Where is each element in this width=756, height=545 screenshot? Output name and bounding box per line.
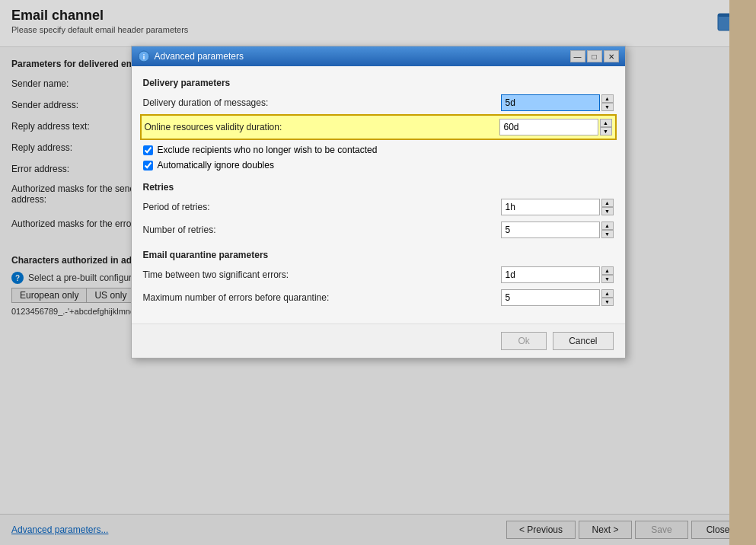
delivery-duration-down[interactable]: ▼ — [601, 103, 614, 111]
number-retries-spinner: ▲ ▼ — [601, 222, 614, 238]
number-retries-row: Number of retries: ▲ ▼ — [143, 222, 614, 238]
ok-button[interactable]: Ok — [501, 332, 547, 350]
number-retries-input[interactable] — [501, 222, 600, 238]
ignore-doubles-row: Automatically ignore doubles — [143, 160, 614, 171]
period-retries-input-group: ▲ ▼ — [501, 199, 614, 215]
time-between-errors-up[interactable]: ▲ — [601, 266, 614, 275]
max-errors-row: Maximum number of errors before quaranti… — [143, 289, 614, 306]
delivery-duration-label: Delivery duration of messages: — [143, 97, 501, 108]
modal-minimize-button[interactable]: — — [570, 50, 585, 62]
time-between-errors-label: Time between two significant errors: — [143, 269, 501, 280]
max-errors-label: Maximum number of errors before quaranti… — [143, 292, 501, 303]
quarantine-section: Email quarantine parameters Time between… — [143, 250, 614, 306]
time-between-errors-input-group: ▲ ▼ — [501, 266, 614, 283]
max-errors-up[interactable]: ▲ — [601, 289, 614, 298]
number-retries-up[interactable]: ▲ — [601, 222, 614, 230]
period-retries-row: Period of retries: ▲ ▼ — [143, 199, 614, 215]
delivery-section-title: Delivery parameters — [143, 78, 614, 88]
modal-footer: Ok Cancel — [132, 323, 625, 358]
modal-title-left: i Advanced parameters — [138, 50, 244, 62]
modal-titlebar: i Advanced parameters — □ ✕ — [132, 46, 625, 66]
online-validity-down[interactable]: ▼ — [600, 127, 612, 135]
modal-title: Advanced parameters — [155, 51, 244, 62]
delivery-duration-row: Delivery duration of messages: ▲ ▼ — [143, 94, 614, 111]
svg-text:i: i — [142, 53, 145, 61]
time-between-errors-down[interactable]: ▼ — [601, 275, 614, 283]
online-validity-label: Online resources validity duration: — [145, 122, 499, 132]
modal-close-button[interactable]: ✕ — [604, 50, 619, 62]
delivery-duration-input[interactable] — [501, 94, 600, 111]
number-retries-down[interactable]: ▼ — [601, 230, 614, 238]
modal-controls: — □ ✕ — [570, 50, 619, 62]
online-validity-spinner: ▲ ▼ — [600, 119, 612, 135]
ignore-doubles-label: Automatically ignore doubles — [158, 160, 274, 171]
online-validity-input-group: ▲ ▼ — [499, 119, 612, 135]
time-between-errors-spinner: ▲ ▼ — [601, 266, 614, 283]
max-errors-down[interactable]: ▼ — [601, 298, 614, 306]
delivery-duration-up[interactable]: ▲ — [601, 94, 614, 103]
time-between-errors-input[interactable] — [501, 266, 600, 283]
modal-body: Delivery parameters Delivery duration of… — [132, 66, 625, 323]
max-errors-input-group: ▲ ▼ — [501, 289, 614, 306]
online-validity-row: Online resources validity duration: ▲ ▼ — [145, 119, 612, 135]
retries-section-title: Retries — [143, 182, 614, 193]
number-retries-label: Number of retries: — [143, 225, 501, 235]
number-retries-input-group: ▲ ▼ — [501, 222, 614, 238]
period-retries-label: Period of retries: — [143, 202, 501, 212]
exclude-recipients-row: Exclude recipients who no longer wish to… — [143, 145, 614, 155]
max-errors-input[interactable] — [501, 289, 600, 306]
online-validity-input[interactable] — [499, 119, 598, 135]
modal-app-icon: i — [138, 50, 150, 62]
period-retries-up[interactable]: ▲ — [601, 199, 614, 207]
delivery-section: Delivery parameters Delivery duration of… — [143, 78, 614, 171]
ignore-doubles-checkbox[interactable] — [143, 161, 153, 171]
period-retries-down[interactable]: ▼ — [601, 207, 614, 215]
modal-overlay: i Advanced parameters — □ ✕ Delivery par… — [0, 0, 756, 545]
delivery-duration-spinner: ▲ ▼ — [601, 94, 614, 111]
modal-maximize-button[interactable]: □ — [587, 50, 602, 62]
online-validity-up[interactable]: ▲ — [600, 119, 612, 127]
quarantine-section-title: Email quarantine parameters — [143, 250, 614, 260]
delivery-duration-input-group: ▲ ▼ — [501, 94, 614, 111]
max-errors-spinner: ▲ ▼ — [601, 289, 614, 306]
cancel-button[interactable]: Cancel — [553, 332, 613, 350]
exclude-recipients-checkbox[interactable] — [143, 145, 153, 155]
period-retries-spinner: ▲ ▼ — [601, 199, 614, 215]
online-validity-highlighted-row: Online resources validity duration: ▲ ▼ — [140, 114, 617, 140]
time-between-errors-row: Time between two significant errors: ▲ ▼ — [143, 266, 614, 283]
period-retries-input[interactable] — [501, 199, 600, 215]
exclude-recipients-label: Exclude recipients who no longer wish to… — [158, 145, 378, 155]
advanced-params-modal: i Advanced parameters — □ ✕ Delivery par… — [131, 46, 626, 359]
retries-section: Retries Period of retries: ▲ ▼ Number of… — [143, 182, 614, 238]
